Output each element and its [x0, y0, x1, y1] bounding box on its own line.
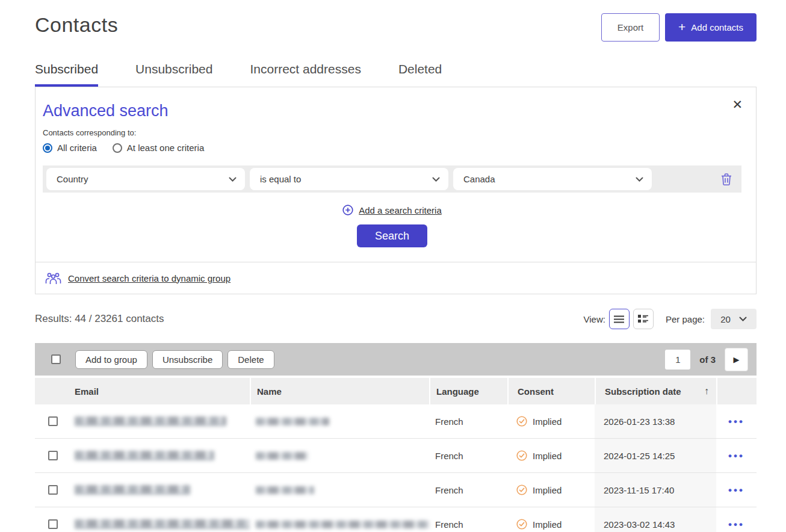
consent-label: Implied: [533, 416, 562, 427]
language-cell: French: [429, 451, 507, 461]
redacted-name: [256, 418, 329, 425]
list-view-icon: [614, 315, 624, 323]
language-cell: French: [429, 416, 507, 427]
chevron-down-icon: [229, 177, 237, 182]
status-tabs: Subscribed Unsubscribed Incorrect addres…: [35, 62, 757, 87]
table-header-row: Email Name Language Consent Subscription…: [35, 378, 757, 404]
results-bar: Results: 44 / 23261 contacts View: Per p…: [35, 309, 757, 329]
results-count: Results: 44 / 23261 contacts: [35, 313, 164, 325]
consent-cell: Implied: [507, 484, 595, 495]
criteria-field-select[interactable]: Country: [46, 168, 245, 190]
convert-to-dynamic-group-link[interactable]: Convert search criteria to dynamic group: [68, 273, 231, 283]
add-contacts-button[interactable]: + Add contacts: [665, 13, 757, 42]
language-cell: French: [429, 485, 507, 495]
view-label: View:: [584, 314, 605, 324]
chevron-down-icon: [739, 317, 747, 321]
chevron-down-icon: [636, 177, 643, 182]
advanced-search-title: Advanced search: [43, 102, 741, 120]
delete-criteria-button[interactable]: [721, 173, 732, 185]
trash-icon: [721, 173, 732, 185]
row-checkbox[interactable]: [48, 451, 58, 460]
redacted-email[interactable]: [75, 485, 190, 495]
column-header-language[interactable]: Language: [429, 378, 507, 404]
per-page-select[interactable]: 20: [711, 309, 757, 329]
criteria-operator-select[interactable]: is equal to: [250, 168, 448, 190]
row-actions-menu-button[interactable]: •••: [728, 485, 744, 495]
column-header-name[interactable]: Name: [250, 378, 429, 404]
page-header: Contacts Export + Add contacts: [35, 0, 757, 42]
check-circle-icon: [516, 484, 527, 495]
radio-all-criteria[interactable]: All criteria: [43, 143, 97, 153]
row-checkbox[interactable]: [48, 485, 58, 495]
row-checkbox[interactable]: [48, 519, 58, 529]
page-number-input[interactable]: [665, 350, 690, 370]
radio-unselected-icon[interactable]: [113, 143, 122, 153]
corresponding-label: Contacts corresponding to:: [43, 128, 741, 137]
redacted-name: [256, 452, 308, 460]
next-page-button[interactable]: ▶: [725, 348, 748, 371]
row-actions-menu-button[interactable]: •••: [728, 451, 744, 461]
delete-button[interactable]: Delete: [227, 350, 274, 369]
select-all-checkbox[interactable]: [51, 354, 61, 364]
subscription-date-cell: 2024-01-25 14:25: [604, 451, 675, 461]
unsubscribe-button[interactable]: Unsubscribe: [152, 350, 223, 369]
per-page-label: Per page:: [666, 314, 705, 324]
row-actions-menu-button[interactable]: •••: [728, 416, 744, 427]
chevron-down-icon: [432, 177, 440, 182]
contacts-table: Email Name Language Consent Subscription…: [35, 378, 757, 532]
advanced-search-panel: Advanced search ✕ Contacts corresponding…: [35, 87, 757, 294]
subscription-date-cell: 2023-11-15 17:40: [604, 485, 674, 495]
caret-right-icon: ▶: [734, 355, 740, 364]
column-header-email[interactable]: Email: [70, 378, 250, 404]
criteria-value: Canada: [463, 174, 495, 184]
row-checkbox[interactable]: [48, 416, 58, 426]
card-view-icon: [638, 315, 648, 323]
consent-cell: Implied: [507, 416, 595, 427]
header-actions-column: [716, 378, 757, 404]
redacted-email[interactable]: [75, 519, 250, 529]
column-header-consent[interactable]: Consent: [507, 378, 595, 404]
search-criteria-row: Country is equal to Canada: [43, 165, 741, 193]
sort-ascending-icon[interactable]: ↑: [704, 386, 709, 397]
tab-deleted[interactable]: Deleted: [398, 62, 442, 87]
add-to-group-button[interactable]: Add to group: [75, 350, 147, 369]
radio-selected-icon[interactable]: [43, 143, 52, 153]
list-view-button[interactable]: [609, 309, 630, 329]
table-row: French Implied 2023-03-02 14:43 •••: [35, 507, 757, 532]
tab-subscribed[interactable]: Subscribed: [35, 62, 98, 87]
tab-unsubscribed[interactable]: Unsubscribed: [135, 62, 212, 87]
export-button[interactable]: Export: [601, 13, 660, 42]
convert-row: Convert search criteria to dynamic group: [36, 262, 756, 294]
radio-all-criteria-label: All criteria: [57, 143, 97, 153]
tab-incorrect-addresses[interactable]: Incorrect addresses: [250, 62, 361, 87]
criteria-operator-value: is equal to: [260, 174, 301, 184]
redacted-name: [256, 521, 429, 528]
add-search-criteria-label: Add a search criteria: [359, 205, 442, 215]
header-checkbox-column: [35, 378, 70, 404]
consent-cell: Implied: [507, 519, 595, 530]
radio-at-least-one-label: At least one criteria: [127, 143, 204, 153]
criteria-field-value: Country: [57, 174, 88, 184]
redacted-email[interactable]: [75, 416, 226, 426]
search-button[interactable]: Search: [357, 224, 427, 247]
pagination: of 3 ▶: [665, 348, 748, 371]
bulk-action-bar: Add to group Unsubscribe Delete of 3 ▶: [35, 343, 757, 376]
page-title: Contacts: [35, 13, 118, 37]
consent-label: Implied: [533, 519, 562, 530]
page-of-label: of 3: [699, 354, 716, 365]
criteria-value-select[interactable]: Canada: [453, 168, 652, 190]
close-icon[interactable]: ✕: [732, 98, 743, 111]
row-actions-menu-button[interactable]: •••: [728, 519, 744, 530]
table-row: French Implied 2023-11-15 17:40 •••: [35, 473, 757, 507]
consent-cell: Implied: [507, 450, 595, 461]
check-circle-icon: [516, 450, 527, 461]
per-page-value: 20: [720, 314, 731, 324]
consent-label: Implied: [533, 451, 562, 461]
redacted-email[interactable]: [75, 451, 214, 460]
column-header-subscription-date[interactable]: Subscription date ↑: [595, 378, 716, 404]
consent-label: Implied: [533, 485, 562, 495]
radio-at-least-one-criteria[interactable]: At least one criteria: [113, 143, 204, 153]
plus-circle-icon: [342, 205, 353, 215]
add-search-criteria-link[interactable]: Add a search criteria: [342, 205, 442, 215]
card-view-button[interactable]: [633, 309, 654, 329]
